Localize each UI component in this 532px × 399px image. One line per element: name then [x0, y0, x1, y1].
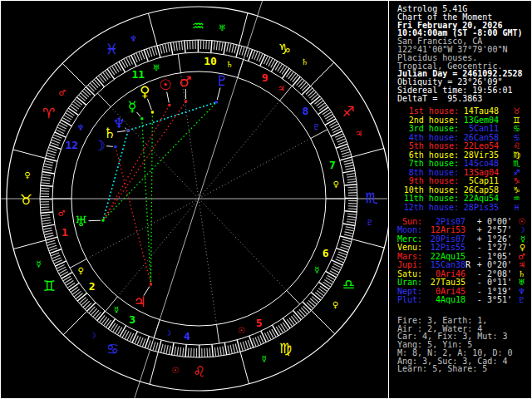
degree-tick-minor: [347, 176, 356, 178]
house-cusp-spoke: [238, 59, 244, 77]
degree-tick-minor: [42, 169, 52, 170]
degree-tick-minor: [42, 218, 51, 219]
degree-tick-minor: [347, 216, 357, 217]
degree-tick-minor: [42, 220, 51, 222]
house-cusp-spoke-dotted: [117, 199, 199, 297]
degree-tick-major: [61, 120, 71, 126]
house-cusp-row: 1st house:14Tau48♉: [392, 107, 520, 116]
degree-tick-minor: [245, 341, 248, 349]
degree-tick-minor: [299, 309, 305, 316]
degree-tick-major: [46, 237, 57, 240]
house-cusp-row: 7th house:14Sco48♏: [392, 160, 520, 169]
degree-tick-major: [283, 318, 290, 328]
degree-tick-minor: [47, 153, 56, 155]
planet-glyph-pluto: ♇: [216, 72, 229, 89]
planet-row: Plut:4Aqu18- 3°51'♇: [392, 296, 525, 304]
degree-tick-minor: [188, 348, 189, 357]
degree-tick-major: [158, 340, 161, 352]
sign-glyph-cancer: ♋: [106, 341, 119, 357]
house-cusp-spoke: [287, 290, 300, 304]
degree-tick-minor: [180, 347, 180, 357]
house-number-11: 11: [132, 68, 145, 81]
astrolog-window: ♈♂♉♀♊☿♋☽♌☉♍☿♎♀♏♇♐♃♑♄♒♅♓♆1♂2♀3☿4☽5☉6☿7♀8♇…: [0, 0, 532, 399]
zodiac-sign-icon: ♒: [499, 195, 520, 204]
sign-divider-line: [239, 13, 248, 46]
house-number-8: 8: [302, 105, 308, 117]
sign-ruler-icon: ☉: [171, 366, 179, 375]
planet-position-value: 4Aqu18: [422, 296, 466, 304]
degree-tick-major: [273, 325, 279, 336]
degree-tick-minor: [176, 42, 178, 51]
sign-glyph-aries: ♈: [42, 105, 55, 121]
degree-tick-major: [212, 344, 213, 357]
sign-ruler-icon: ♇: [367, 218, 374, 227]
degree-tick-minor: [173, 42, 175, 51]
degree-tick-major: [224, 342, 227, 355]
planet-glyph-mercury: ☿: [128, 98, 136, 115]
house-number-5: 5: [256, 317, 263, 329]
degree-tick-minor: [235, 344, 238, 353]
degree-tick-minor: [347, 179, 357, 180]
retrograde-flag: R: [466, 261, 472, 269]
degree-tick-major: [224, 42, 226, 55]
house-ruler-icon: ☿: [314, 265, 319, 274]
degree-tick-minor: [342, 152, 351, 155]
degree-tick-major: [325, 119, 336, 126]
sign-ruler-icon: ☽: [89, 331, 96, 340]
planet-pointer-line: [147, 99, 151, 110]
degree-tick-minor: [41, 214, 50, 215]
degree-tick-minor: [179, 42, 180, 51]
header-line: DeltaT = 95.3863: [397, 95, 523, 103]
degree-tick-major: [342, 170, 355, 173]
sign-ruler-icon: ♄: [301, 57, 308, 66]
degree-tick-minor: [83, 301, 90, 308]
house-label: 3rd house:: [392, 125, 459, 134]
house-cusp-spoke: [178, 54, 180, 73]
house-ruler-icon: ☉: [238, 326, 245, 335]
chart-wheel[interactable]: ♈♂♉♀♊☿♋☽♌☉♍☿♎♀♏♇♐♃♑♄♒♅♓♆1♂2♀3☿4☽5☉6☿7♀8♇…: [0, 0, 389, 399]
house-number-6: 6: [323, 247, 329, 259]
degree-tick-minor: [47, 150, 56, 153]
sign-ruler-icon: ♂: [58, 88, 66, 97]
sign-divider-line: [150, 352, 158, 385]
degree-tick-minor: [150, 341, 153, 349]
degree-tick-major: [318, 107, 328, 115]
sign-glyph-capricorn: ♑: [278, 41, 291, 57]
degree-tick-major: [55, 261, 66, 266]
degree-tick-minor: [155, 47, 157, 56]
degree-tick-minor: [342, 239, 352, 242]
house-number-7: 7: [329, 159, 336, 171]
degree-tick-minor: [44, 233, 53, 235]
planet-icon: ♇: [512, 296, 525, 304]
degree-tick-minor: [181, 41, 182, 50]
house-ruler-icon: ♄: [225, 60, 233, 69]
house-ruler-icon: ♅: [152, 63, 160, 72]
house-cusp-spoke-dotted: [199, 199, 287, 290]
house-label: 11th house:: [392, 195, 459, 204]
degree-tick-minor: [232, 44, 234, 53]
degree-tick-minor: [347, 222, 356, 224]
degree-tick-minor: [348, 190, 357, 190]
degree-tick-major: [97, 311, 106, 321]
degree-tick-major: [96, 77, 105, 86]
degree-tick-major: [260, 55, 265, 66]
house-cusp-spoke: [97, 93, 111, 107]
degree-tick-minor: [342, 242, 351, 244]
house-ruler-icon: ♀: [332, 180, 338, 189]
degree-tick-minor: [308, 90, 314, 96]
degree-tick-minor: [43, 228, 52, 229]
degree-tick-major: [42, 171, 55, 174]
house-label: 9th house:: [392, 177, 459, 186]
degree-tick-major: [68, 108, 78, 116]
degree-tick-minor: [48, 245, 57, 248]
degree-tick-minor: [45, 235, 54, 238]
degree-tick-minor: [209, 348, 210, 357]
sign-ruler-icon: ☿: [36, 259, 41, 268]
degree-tick-minor: [242, 47, 244, 56]
sign-ruler-icon: ☿: [262, 354, 267, 363]
degree-tick-minor: [160, 344, 163, 353]
degree-tick-major: [170, 42, 173, 55]
planet-position-dot: [140, 117, 143, 120]
degree-tick-major: [293, 76, 301, 86]
degree-tick-minor: [47, 240, 56, 243]
